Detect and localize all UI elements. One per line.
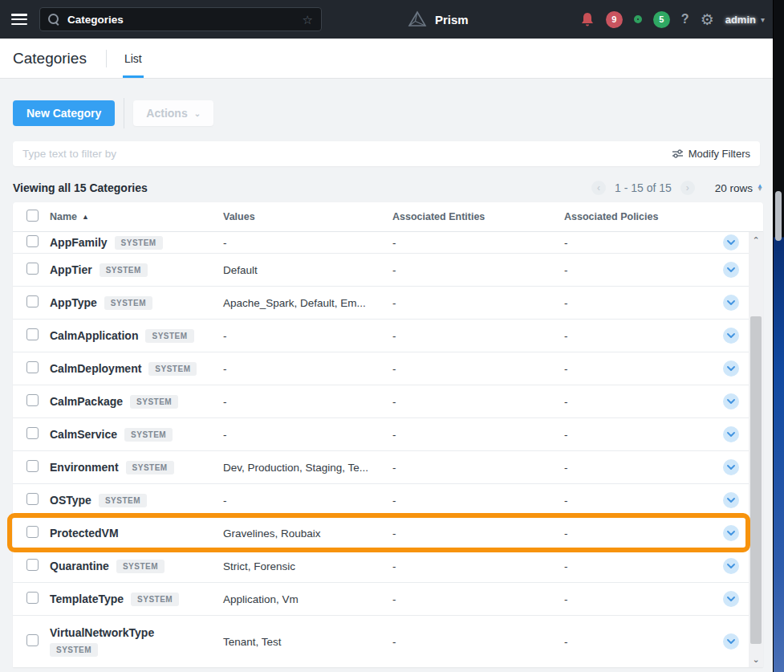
row-checkbox[interactable] [26,460,39,472]
categories-table: Name ▲ Values Associated Entities Associ… [13,202,763,667]
system-badge: SYSTEM [126,461,174,474]
row-values: - [223,396,392,408]
row-name: CalmService [50,428,117,441]
pagination-prev-button[interactable]: ‹ [591,181,606,195]
row-expand-button[interactable] [723,426,739,442]
row-values: - [223,330,392,342]
row-policies: - [564,527,713,540]
hamburger-menu-icon[interactable] [11,14,27,25]
page-title: Categories [13,50,87,67]
system-badge: SYSTEM [100,263,148,277]
table-row: CalmApplication SYSTEM - - - [13,320,749,352]
filter-bar: Modify Filters [13,141,760,166]
row-checkbox[interactable] [26,394,39,406]
row-expand-button[interactable] [723,591,739,607]
row-expand-button[interactable] [723,492,739,508]
alerts-bell-icon[interactable] [580,12,595,27]
help-icon[interactable]: ? [681,12,689,26]
row-name: CalmPackage [50,395,123,408]
pagination-next-button[interactable]: › [680,181,695,195]
row-entities: - [392,396,564,408]
row-checkbox[interactable] [26,361,39,373]
table-scrollbar[interactable]: ⌃ ⌄ [749,232,763,667]
chevron-down-icon [727,498,735,503]
row-checkbox[interactable] [26,235,39,247]
column-header-policies[interactable]: Associated Policies [564,211,728,222]
chevron-down-icon [727,300,735,305]
row-values: - [223,363,392,375]
tab-active-underline [123,75,144,78]
row-values: Gravelines, Roubaix [223,527,392,540]
scroll-up-arrow-icon[interactable]: ⌃ [749,234,763,246]
row-checkbox[interactable] [26,559,39,571]
user-caret-icon[interactable]: ▾ [761,15,765,24]
row-policies: - [564,495,713,507]
row-expand-button[interactable] [723,525,739,541]
row-entities: - [392,264,564,276]
row-expand-button[interactable] [723,459,739,475]
alert-count-badge[interactable]: 9 [606,11,623,28]
row-checkbox[interactable] [26,592,39,604]
event-count-badge[interactable]: 5 [653,11,670,28]
sort-ascending-icon[interactable]: ▲ [82,213,89,221]
select-all-checkbox[interactable] [26,210,39,222]
row-expand-button[interactable] [723,262,739,278]
column-header-entities[interactable]: Associated Entities [392,211,564,222]
table-row: CalmService SYSTEM - - - [13,418,749,451]
rows-per-page-label: 20 rows [715,182,753,194]
tab-list-label: List [124,52,142,65]
row-values: Apache_Spark, Default, Em... [223,297,392,309]
column-header-values[interactable]: Values [223,211,392,222]
row-expand-button[interactable] [723,360,739,377]
events-ring-icon[interactable] [634,15,642,23]
user-menu[interactable]: admin [725,14,756,26]
row-policies: - [564,593,713,605]
row-policies: - [564,636,713,648]
scrollbar-thumb[interactable] [750,316,762,644]
column-header-name[interactable]: Name [50,211,77,222]
browser-scrollbar-thumb[interactable] [775,191,782,241]
tab-list[interactable]: List [124,39,142,78]
star-icon[interactable]: ☆ [303,14,313,26]
row-checkbox[interactable] [26,295,39,307]
system-badge: SYSTEM [115,236,163,250]
rows-per-page-select[interactable]: 20 rows ▲ ▼ [715,182,763,194]
table-row: Quarantine SYSTEM Strict, Forensic - - [13,550,749,583]
row-checkbox[interactable] [26,328,39,340]
actions-button[interactable]: Actions ⌄ [133,100,213,126]
row-policies: - [564,462,713,474]
row-expand-button[interactable] [723,393,739,409]
system-badge: SYSTEM [145,329,193,343]
modify-filters-button[interactable]: Modify Filters [672,148,750,160]
scroll-down-arrow-icon[interactable]: ⌄ [749,653,763,666]
row-checkbox[interactable] [26,263,39,275]
new-category-button[interactable]: New Category [13,100,115,126]
search-value[interactable]: Categories [67,14,303,26]
row-policies: - [564,264,713,276]
row-checkbox[interactable] [26,634,39,646]
prism-logo-icon [408,10,427,29]
row-policies: - [564,429,713,441]
chevron-down-icon [727,639,735,644]
global-search[interactable]: Categories ☆ [39,7,322,31]
app-window: Categories ☆ Prism 9 5 ? ⚙ admin ▾ [0,0,773,672]
row-checkbox[interactable] [26,493,39,505]
brand-name: Prism [435,13,469,26]
filter-input[interactable] [22,148,672,160]
toolbar-divider [124,98,124,128]
row-expand-button[interactable] [723,295,739,311]
row-expand-button[interactable] [723,234,739,250]
row-expand-button[interactable] [723,633,739,650]
row-name: ProtectedVM [50,527,119,540]
row-entities: - [392,495,564,507]
row-checkbox[interactable] [26,427,39,439]
chevron-down-icon [727,597,735,601]
gear-icon[interactable]: ⚙ [701,12,714,27]
row-entities: - [392,237,564,249]
row-expand-button[interactable] [723,328,739,344]
row-name: AppFamily [50,236,108,249]
row-expand-button[interactable] [723,558,739,574]
row-checkbox[interactable] [26,526,39,538]
system-badge: SYSTEM [50,643,98,657]
filter-sliders-icon [672,149,683,158]
